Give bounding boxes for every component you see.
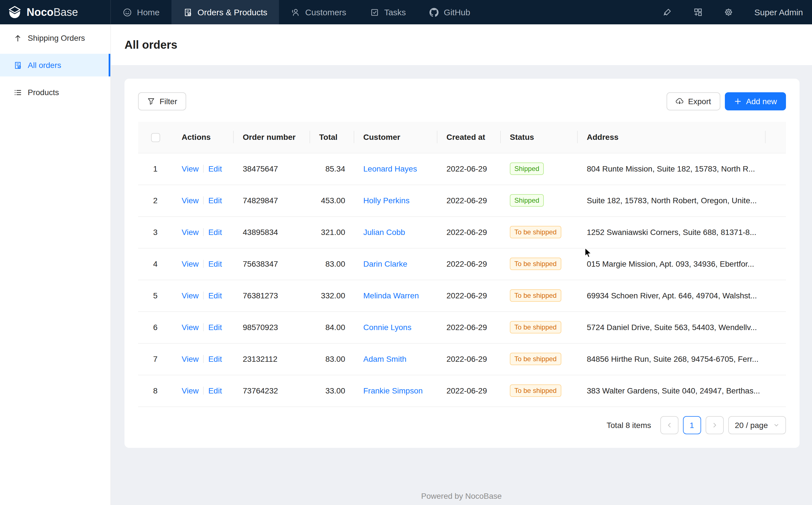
nav-item-orders-products[interactable]: Orders & Products xyxy=(172,0,279,24)
highlighter-icon xyxy=(662,7,672,17)
row-actions-cell: ViewEdit xyxy=(173,248,234,280)
table-row: 2 ViewEdit 74829847 453.00 Holly Perkins… xyxy=(138,185,786,216)
main-menu: Home Orders & Products Customers xyxy=(111,0,482,24)
status-badge: To be shipped xyxy=(510,321,561,333)
order-check-icon xyxy=(183,8,192,17)
ui-editor-button[interactable] xyxy=(662,7,672,17)
view-link[interactable]: View xyxy=(182,196,199,205)
row-index: 5 xyxy=(153,291,158,300)
list-icon xyxy=(14,88,22,97)
edit-link[interactable]: Edit xyxy=(208,291,222,300)
column-header-actions: Actions xyxy=(173,122,234,153)
export-button[interactable]: Export xyxy=(666,92,720,111)
status-cell: To be shipped xyxy=(501,216,578,248)
edit-link[interactable]: Edit xyxy=(208,354,222,363)
nav-item-home[interactable]: Home xyxy=(111,0,172,24)
total-cell: 453.00 xyxy=(310,185,354,216)
logo-text-noco: Noco xyxy=(27,6,53,18)
edit-link[interactable]: Edit xyxy=(208,259,222,268)
customer-cell: Holly Perkins xyxy=(354,185,438,216)
user-menu[interactable]: Super Admin xyxy=(754,7,803,17)
customer-link[interactable]: Leonard Hayes xyxy=(363,164,417,173)
github-icon xyxy=(430,8,439,17)
nav-item-tasks[interactable]: Tasks xyxy=(358,0,418,24)
empty-cell xyxy=(766,343,786,375)
created-at-cell: 2022-06-29 xyxy=(438,375,501,406)
view-link[interactable]: View xyxy=(182,164,199,173)
order-number-cell: 38475647 xyxy=(234,153,310,185)
pagination-total: Total 8 items xyxy=(607,420,651,430)
column-header-address: Address xyxy=(578,122,766,153)
view-link[interactable]: View xyxy=(182,323,199,332)
row-index: 8 xyxy=(153,386,158,395)
nav-item-label: Customers xyxy=(305,7,346,17)
cube-logo-icon xyxy=(7,5,22,19)
row-actions-cell: ViewEdit xyxy=(173,185,234,216)
table-row: 3 ViewEdit 43895834 321.00 Julian Cobb 2… xyxy=(138,216,786,248)
address-cell: 804 Runte Mission, Suite 182, 15783, Nor… xyxy=(578,153,766,185)
created-at-cell: 2022-06-29 xyxy=(438,248,501,280)
empty-cell xyxy=(766,311,786,343)
view-link[interactable]: View xyxy=(182,354,199,363)
customers-icon xyxy=(291,8,300,17)
customer-link[interactable]: Darin Clarke xyxy=(363,259,408,268)
orders-table: Actions Order number Total Customer Crea… xyxy=(138,122,786,407)
customer-link[interactable]: Frankie Simpson xyxy=(363,386,423,395)
page-size-select[interactable]: 20 / page xyxy=(728,416,786,434)
pagination-page-1[interactable]: 1 xyxy=(683,416,701,434)
row-index: 1 xyxy=(153,164,158,173)
view-link[interactable]: View xyxy=(182,291,199,300)
sidebar-item-label: Products xyxy=(28,88,59,97)
sidebar-item-all-orders[interactable]: All orders xyxy=(0,54,110,76)
address-cell: 84856 Hirthe Run, Suite 268, 94754-6705,… xyxy=(578,343,766,375)
sidebar-item-shipping-orders[interactable]: Shipping Orders xyxy=(0,27,110,49)
customer-link[interactable]: Julian Cobb xyxy=(363,227,405,237)
status-cell: To be shipped xyxy=(501,280,578,311)
address-cell: 015 Margie Mission, Apt. 093, 34936, Ebe… xyxy=(578,248,766,280)
created-at-cell: 2022-06-29 xyxy=(438,153,501,185)
view-link[interactable]: View xyxy=(182,259,199,268)
sidebar-item-label: All orders xyxy=(28,60,61,69)
powered-by-footer: Powered by NocoBase xyxy=(111,491,812,500)
nav-item-customers[interactable]: Customers xyxy=(279,0,358,24)
edit-link[interactable]: Edit xyxy=(208,227,222,237)
filter-button[interactable]: Filter xyxy=(138,92,186,111)
total-cell: 332.00 xyxy=(310,280,354,311)
view-link[interactable]: View xyxy=(182,386,199,395)
empty-cell xyxy=(766,185,786,216)
edit-link[interactable]: Edit xyxy=(208,196,222,205)
column-header-empty xyxy=(766,122,786,153)
column-header-created-at: Created at xyxy=(438,122,501,153)
view-link[interactable]: View xyxy=(182,227,199,237)
pagination-prev-button[interactable] xyxy=(660,416,678,434)
row-index-cell: 1 xyxy=(138,153,173,185)
customer-link[interactable]: Melinda Warren xyxy=(363,291,419,300)
nav-item-github[interactable]: GitHub xyxy=(418,0,482,24)
row-index: 6 xyxy=(153,323,158,332)
empty-cell xyxy=(766,248,786,280)
edit-link[interactable]: Edit xyxy=(208,164,222,173)
customer-link[interactable]: Holly Perkins xyxy=(363,196,410,205)
sidebar-item-products[interactable]: Products xyxy=(0,81,110,104)
page-header: All orders xyxy=(111,24,812,65)
nocobase-logo[interactable]: NocoBase xyxy=(0,0,111,24)
settings-button[interactable] xyxy=(724,7,733,17)
address-cell: 5724 Daniel Drive, Suite 563, 54403, Wen… xyxy=(578,311,766,343)
select-all-checkbox[interactable] xyxy=(151,133,160,142)
order-number-cell: 23132112 xyxy=(234,343,310,375)
customer-link[interactable]: Adam Smith xyxy=(363,354,407,363)
customer-link[interactable]: Connie Lyons xyxy=(363,323,412,332)
plugin-manager-button[interactable] xyxy=(693,7,703,17)
pagination-next-button[interactable] xyxy=(705,416,724,434)
edit-link[interactable]: Edit xyxy=(208,323,222,332)
add-new-button[interactable]: Add new xyxy=(725,92,786,111)
cloud-download-icon xyxy=(675,98,684,105)
table-row: 7 ViewEdit 23132112 83.00 Adam Smith 202… xyxy=(138,343,786,375)
pagination: Total 8 items 1 20 / page xyxy=(138,416,786,434)
row-actions-cell: ViewEdit xyxy=(173,216,234,248)
row-index-cell: 3 xyxy=(138,216,173,248)
edit-link[interactable]: Edit xyxy=(208,386,222,395)
chevron-down-icon xyxy=(774,422,779,428)
navbar-actions: Super Admin xyxy=(662,0,812,24)
table-row: 8 ViewEdit 73764232 33.00 Frankie Simpso… xyxy=(138,375,786,406)
